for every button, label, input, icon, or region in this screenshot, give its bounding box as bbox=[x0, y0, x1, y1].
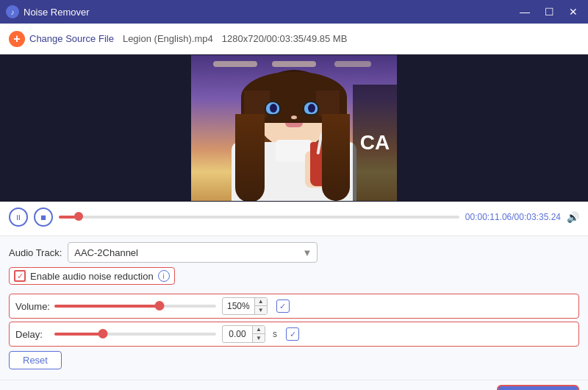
noise-reduction-label: Enable audio noise reduction bbox=[30, 271, 154, 282]
volume-value-box: 150% ▲ ▼ bbox=[222, 297, 268, 315]
window-controls: — ☐ ✕ bbox=[515, 5, 582, 18]
delay-slider[interactable] bbox=[54, 333, 216, 336]
file-info: 1280x720/00:03:35/49.85 MB bbox=[222, 33, 348, 44]
bottom-bar: Name: Legion (Eng....denois.mp4 ✏ Output… bbox=[0, 380, 588, 390]
time-display: 00:00:11.06/00:03:35.24 bbox=[465, 212, 561, 222]
audio-track-row: Audio Track: AAC-2Channel ▼ bbox=[9, 242, 579, 263]
maximize-button[interactable]: ☐ bbox=[540, 5, 559, 18]
change-source-label: Change Source File bbox=[29, 33, 114, 44]
volume-value: 150% bbox=[223, 301, 254, 311]
checkmark-icon: ✓ bbox=[17, 272, 24, 280]
audio-track-select[interactable]: AAC-2Channel bbox=[68, 242, 318, 263]
delay-up-button[interactable]: ▲ bbox=[253, 325, 265, 334]
change-source-button[interactable]: + Change Source File bbox=[9, 31, 114, 47]
controls-area: ⏸ ⏹ 00:00:11.06/00:03:35.24 🔊 bbox=[0, 202, 588, 235]
export-button[interactable]: Export bbox=[497, 385, 579, 390]
delay-unit: s bbox=[273, 329, 277, 339]
app-title: Noise Remover bbox=[24, 7, 515, 18]
noise-reduction-row: ✓ Enable audio noise reduction i bbox=[9, 267, 579, 289]
close-button[interactable]: ✕ bbox=[564, 5, 582, 18]
volume-up-button[interactable]: ▲ bbox=[255, 297, 267, 306]
delay-label: Delay: bbox=[15, 329, 49, 340]
app-icon: ♪ bbox=[6, 5, 19, 18]
reset-button[interactable]: Reset bbox=[9, 351, 62, 369]
reset-row: Reset bbox=[9, 351, 579, 369]
settings-area: Audio Track: AAC-2Channel ▼ ✓ Enable aud… bbox=[0, 235, 588, 380]
noise-reduction-checkbox-area: ✓ Enable audio noise reduction i bbox=[9, 267, 175, 285]
audio-track-select-wrapper: AAC-2Channel ▼ bbox=[68, 242, 318, 263]
volume-icon[interactable]: 🔊 bbox=[567, 211, 579, 223]
playback-row: ⏸ ⏹ 00:00:11.06/00:03:35.24 🔊 bbox=[9, 208, 579, 227]
delay-value: 0.00 bbox=[223, 329, 252, 339]
play-button[interactable]: ⏸ bbox=[9, 208, 28, 227]
video-area: CA bbox=[0, 54, 588, 202]
delay-sync-icon[interactable]: ✓ bbox=[286, 327, 299, 341]
delay-spinner: ▲ ▼ bbox=[252, 325, 265, 343]
volume-handle[interactable] bbox=[155, 301, 165, 311]
noise-reduction-checkbox[interactable]: ✓ bbox=[14, 270, 26, 282]
video-thumbnail: CA bbox=[191, 55, 397, 201]
volume-fill bbox=[54, 305, 159, 308]
volume-spinner: ▲ ▼ bbox=[254, 297, 267, 315]
delay-row: Delay: 0.00 ▲ ▼ s ✓ bbox=[9, 322, 579, 347]
file-name: Legion (English).mp4 bbox=[123, 33, 213, 44]
audio-track-label: Audio Track: bbox=[9, 247, 62, 258]
info-icon[interactable]: i bbox=[158, 270, 170, 282]
title-bar: ♪ Noise Remover — ☐ ✕ bbox=[0, 0, 588, 24]
volume-row: Volume: 150% ▲ ▼ ✓ bbox=[9, 294, 579, 319]
delay-down-button[interactable]: ▼ bbox=[253, 334, 265, 343]
stop-button[interactable]: ⏹ bbox=[34, 208, 53, 227]
progress-track[interactable] bbox=[59, 216, 459, 219]
delay-handle[interactable] bbox=[98, 329, 108, 338]
delay-value-box: 0.00 ▲ ▼ bbox=[222, 325, 265, 343]
volume-down-button[interactable]: ▼ bbox=[255, 306, 267, 315]
add-icon: + bbox=[9, 31, 25, 47]
delay-fill bbox=[54, 333, 103, 336]
minimize-button[interactable]: — bbox=[515, 5, 534, 18]
toolbar: + Change Source File Legion (English).mp… bbox=[0, 24, 588, 54]
progress-dot[interactable] bbox=[74, 212, 83, 221]
volume-label: Volume: bbox=[15, 301, 49, 312]
volume-sync-icon[interactable]: ✓ bbox=[276, 299, 290, 313]
volume-slider[interactable] bbox=[54, 305, 216, 308]
